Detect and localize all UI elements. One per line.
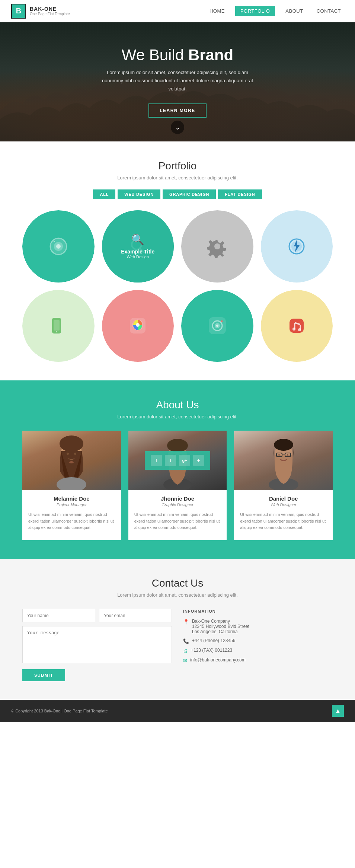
overlay-type-2: Web Design (127, 255, 149, 259)
portfolio-item-5[interactable]: 🔍 Example Title Web Design (22, 290, 95, 362)
brand: B BAK-ONE One Page Flat Template (11, 4, 70, 19)
overlay-title-3: Example Title (201, 249, 234, 255)
team-desc-2: Ut wisi enim ad minim veniam, quis nostr… (128, 511, 227, 531)
overlay-type-7: Web Design (206, 334, 228, 339)
hero-description: Lorem ipsum dolor sit amet, consectetuer… (99, 68, 256, 93)
brand-tagline: One Page Flat Template (30, 12, 70, 16)
social-dribbble[interactable]: ✦ (193, 455, 204, 466)
overlay-type-3: Graphic Design (203, 255, 231, 259)
phone-icon: 📞 (183, 638, 189, 644)
overlay-type-5: Web Design (47, 334, 70, 339)
social-facebook[interactable]: f (151, 455, 162, 466)
overlay-title-4: Example Title (280, 249, 313, 255)
email-input[interactable] (99, 609, 172, 622)
team-name-1: Melannie Doe (22, 495, 121, 502)
company-city: Los Angeles, California (192, 629, 249, 634)
team-role-3: Web Designer (234, 502, 333, 507)
svg-point-29 (67, 453, 69, 455)
overlay-title-1: Example Title (42, 249, 75, 255)
back-to-top-button[interactable]: ▲ (332, 705, 344, 717)
team-role-2: Graphic Designer (128, 502, 227, 507)
brand-text: BAK-ONE One Page Flat Template (30, 6, 70, 16)
email-address: info@bak-onecompany.com (190, 657, 246, 663)
filter-webdesign[interactable]: Web Design (118, 189, 160, 199)
portfolio-item-6[interactable]: 🔍 Example Title Graphic Design (102, 290, 174, 362)
about-subtitle: Lorem ipsum dolor sit amet, consectetuer… (22, 414, 333, 419)
hero-content: We Build Brand Lorem ipsum dolor sit ame… (99, 46, 256, 118)
team-card-2: f t g+ ✦ Jhonnie Doe Graphic Designer Ut… (128, 431, 227, 540)
filter-buttons: All Web Design Graphic Design Flat Desig… (22, 189, 333, 199)
footer-copyright: © Copyright 2013 Bak-One | One Page Flat… (11, 709, 108, 713)
overlay-title-2: Example Title (121, 249, 154, 255)
overlay-type-1: Web Design (47, 255, 70, 259)
svg-point-30 (74, 453, 76, 455)
fax-number: +123 (FAX) 0011223 (191, 648, 232, 653)
contact-form: SUBMIT (22, 609, 172, 681)
team-name-2: Jhonnie Doe (128, 495, 227, 502)
portfolio-item-3[interactable]: 🔍 Example Title Graphic Design (181, 210, 253, 283)
brand-logo: B (11, 4, 26, 19)
overlay-type-8: Flat Design (286, 334, 307, 339)
team-card-1: Melannie Doe Project Manager Ut wisi eni… (22, 431, 121, 540)
contact-info: INFORMATION 📍 Bak-One Company 12345 Holl… (183, 609, 333, 681)
contact-title: Contact Us (22, 577, 333, 589)
social-googleplus[interactable]: g+ (179, 455, 190, 466)
nav-contact[interactable]: CONTACT (314, 7, 344, 15)
form-row-1 (22, 609, 172, 622)
svg-point-34 (167, 439, 188, 452)
hero-title: We Build Brand (99, 46, 256, 64)
svg-point-40 (274, 439, 293, 451)
filter-graphicdesign[interactable]: Graphic Design (163, 189, 216, 199)
location-icon: 📍 (183, 619, 189, 625)
filter-all[interactable]: All (93, 189, 115, 199)
portfolio-item-1[interactable]: 🔍 Example Title Web Design (22, 210, 95, 283)
portfolio-item-8[interactable]: 🔍 Example Title Flat Design (261, 290, 333, 362)
team-grid: Melannie Doe Project Manager Ut wisi eni… (22, 431, 333, 540)
scroll-down-button[interactable]: ⌄ (171, 121, 184, 134)
svg-point-28 (57, 477, 86, 490)
nav-about[interactable]: ABOUT (282, 7, 306, 15)
learn-more-button[interactable]: LEARN MORE (148, 103, 207, 118)
overlay-title-6: Example Title (121, 328, 154, 334)
svg-point-45 (287, 454, 288, 456)
nav-portfolio[interactable]: PORTFOLIO (235, 6, 275, 16)
filter-flatdesign[interactable]: Flat Design (218, 189, 262, 199)
message-input[interactable] (22, 626, 172, 663)
team-card-3: Daniel Doe Web Designer Ut wisi enim ad … (234, 431, 333, 540)
company-name: Bak-One Company (192, 619, 249, 624)
portfolio-section: Portfolio Lorem ipsum dolor sit amet, co… (0, 141, 355, 380)
portfolio-item-7[interactable]: 🔍 Example Title Web Design (181, 290, 253, 362)
team-name-3: Daniel Doe (234, 495, 333, 502)
submit-button[interactable]: SUBMIT (22, 669, 65, 681)
portfolio-item-2[interactable]: 🔍 Example Title Web Design (102, 210, 174, 283)
overlay-type-6: Graphic Design (124, 334, 152, 339)
contact-grid: SUBMIT INFORMATION 📍 Bak-One Company 123… (22, 609, 333, 681)
navbar: B BAK-ONE One Page Flat Template HOME PO… (0, 0, 355, 22)
nav-links: HOME PORTFOLIO ABOUT CONTACT (207, 6, 344, 16)
contact-section: Contact Us Lorem ipsum dolor sit amet, c… (0, 559, 355, 700)
contact-subtitle: Lorem ipsum dolor sit amet, consectetuer… (22, 592, 333, 598)
overlay-title-7: Example Title (201, 328, 234, 334)
hero-section: We Build Brand Lorem ipsum dolor sit ame… (0, 22, 355, 141)
portfolio-grid: 🔍 Example Title Web Design 🔍 Example Tit… (22, 210, 333, 362)
info-fax: 🖨 +123 (FAX) 0011223 (183, 648, 333, 654)
portfolio-subtitle: Lorem ipsum dolor sit amet, consectetuer… (22, 175, 333, 181)
name-input[interactable] (22, 609, 95, 622)
nav-home[interactable]: HOME (207, 7, 228, 15)
team-role-1: Project Manager (22, 502, 121, 507)
brand-name: BAK-ONE (30, 6, 70, 12)
back-top-icon: ▲ (335, 708, 341, 714)
team-desc-3: Ut wisi enim ad minim veniam, quis nostr… (234, 511, 333, 531)
team-photo-1 (22, 431, 121, 490)
footer: © Copyright 2013 Bak-One | One Page Flat… (0, 700, 355, 722)
about-section: About Us Lorem ipsum dolor sit amet, con… (0, 380, 355, 559)
about-title: About Us (22, 399, 333, 411)
email-icon: ✉ (183, 658, 187, 663)
fax-icon: 🖨 (183, 648, 188, 654)
info-section-label: INFORMATION (183, 609, 333, 613)
svg-point-27 (60, 435, 83, 452)
phone-number: +444 (Phone) 123456 (192, 638, 235, 643)
social-twitter[interactable]: t (165, 455, 176, 466)
portfolio-item-4[interactable]: 🔍 Example Title Flat Design (261, 210, 333, 283)
portfolio-title: Portfolio (22, 160, 333, 172)
